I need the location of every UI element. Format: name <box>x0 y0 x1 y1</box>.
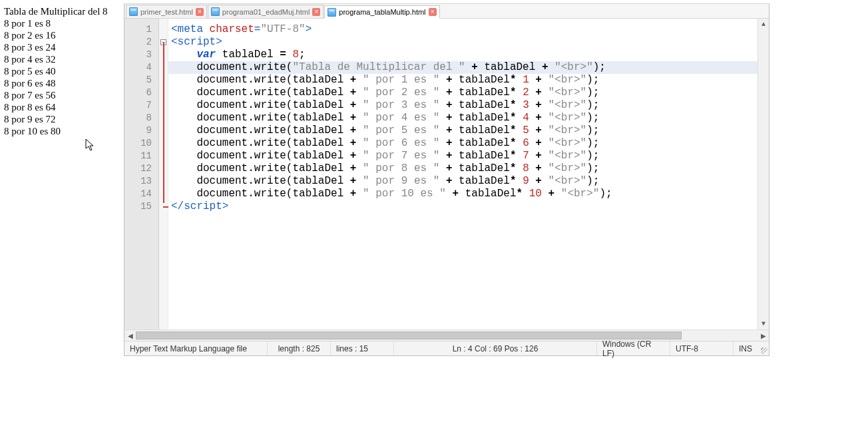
hscroll-thumb[interactable] <box>136 331 682 339</box>
status-caret-position: Ln : 4 Col : 69 Pos : 126 <box>394 341 597 355</box>
line-number-gutter: 123456789101112131415 <box>124 19 159 329</box>
line-number: 15 <box>124 200 152 213</box>
code-line[interactable]: </script> <box>171 200 758 213</box>
scroll-down-arrow-icon[interactable]: ▼ <box>758 318 769 329</box>
code-line[interactable]: document.write(tablaDel + " por 10 es " … <box>171 188 758 200</box>
scroll-left-arrow-icon[interactable]: ◀ <box>124 332 136 339</box>
close-tab-icon[interactable]: × <box>312 8 320 16</box>
scroll-right-arrow-icon[interactable]: ▶ <box>758 332 769 339</box>
status-encoding: UTF-8 <box>670 341 734 355</box>
output-line: 8 por 6 es 48 <box>4 77 120 89</box>
line-number: 13 <box>124 175 152 188</box>
output-line: 8 por 3 es 24 <box>4 41 120 53</box>
line-number: 6 <box>124 87 152 99</box>
hscroll-track[interactable] <box>136 330 758 341</box>
close-tab-icon[interactable]: × <box>196 8 204 16</box>
line-number: 3 <box>124 49 152 61</box>
line-number: 8 <box>124 112 152 124</box>
editor-body: 123456789101112131415 <meta charset="UTF… <box>124 19 769 329</box>
horizontal-scrollbar[interactable]: ◀ ▶ <box>124 329 769 341</box>
line-number: 7 <box>124 99 152 112</box>
tab-label: primer_test.html <box>140 8 193 16</box>
vertical-scrollbar[interactable]: ▲ ▼ <box>758 19 769 329</box>
output-line: 8 por 5 es 40 <box>4 65 120 77</box>
code-line[interactable]: document.write(tablaDel + " por 9 es " +… <box>171 175 758 188</box>
status-lines: lines : 15 <box>331 341 394 355</box>
status-length: length : 825 <box>268 341 331 355</box>
line-number: 5 <box>124 74 152 87</box>
code-editor-window: primer_test.html×programa01_edadMuj.html… <box>124 3 769 356</box>
browser-output-pane: Tabla de Multiplicar del 8 8 por 1 es 88… <box>0 0 124 152</box>
editor-tab[interactable]: programa01_edadMuj.html× <box>208 5 324 18</box>
line-number: 4 <box>124 61 152 74</box>
code-line[interactable]: document.write(tablaDel + " por 4 es " +… <box>171 112 758 124</box>
code-line[interactable]: document.write(tablaDel + " por 2 es " +… <box>171 87 758 99</box>
line-number: 11 <box>124 150 152 162</box>
code-area[interactable]: <meta charset="UTF-8"><script> var tabla… <box>168 19 758 329</box>
output-line: 8 por 8 es 64 <box>4 101 120 113</box>
code-line[interactable]: document.write(tablaDel + " por 8 es " +… <box>171 162 758 175</box>
status-bar: Hyper Text Markup Language file length :… <box>124 341 769 355</box>
output-title: Tabla de Multiplicar del 8 <box>4 5 120 17</box>
code-line[interactable]: document.write(tablaDel + " por 1 es " +… <box>171 74 758 87</box>
status-insert-mode: INS <box>734 341 757 355</box>
code-line[interactable]: document.write(tablaDel + " por 5 es " +… <box>171 124 758 137</box>
status-eol: Windows (CR LF) <box>597 341 670 355</box>
fold-column <box>159 19 168 329</box>
resize-grip-icon[interactable] <box>757 341 769 355</box>
tab-label: programa_tablaMultip.html <box>339 8 425 16</box>
line-number: 14 <box>124 188 152 200</box>
code-line[interactable]: document.write(tablaDel + " por 6 es " +… <box>171 137 758 150</box>
line-number: 10 <box>124 137 152 150</box>
file-icon <box>327 8 336 17</box>
code-line[interactable]: <meta charset="UTF-8"> <box>171 23 758 36</box>
scroll-up-arrow-icon[interactable]: ▲ <box>758 19 769 30</box>
close-tab-icon[interactable]: × <box>429 8 437 16</box>
line-number: 2 <box>124 36 152 49</box>
line-number: 1 <box>124 23 152 36</box>
line-number: 9 <box>124 124 152 137</box>
output-line: 8 por 9 es 72 <box>4 113 120 125</box>
output-line: 8 por 4 es 32 <box>4 53 120 65</box>
file-icon <box>211 7 220 16</box>
output-line: 8 por 2 es 16 <box>4 29 120 41</box>
code-line[interactable]: document.write(tablaDel + " por 3 es " +… <box>171 99 758 112</box>
line-number: 12 <box>124 162 152 175</box>
editor-tabbar: primer_test.html×programa01_edadMuj.html… <box>124 4 769 19</box>
tab-label: programa01_edadMuj.html <box>222 8 310 16</box>
editor-tab[interactable]: programa_tablaMultip.html× <box>324 5 439 19</box>
code-line[interactable]: document.write(tablaDel + " por 7 es " +… <box>171 150 758 162</box>
code-line[interactable]: var tablaDel = 8; <box>171 49 758 61</box>
editor-tab[interactable]: primer_test.html× <box>126 5 207 18</box>
output-line: 8 por 7 es 56 <box>4 89 120 101</box>
output-line: 8 por 1 es 8 <box>4 17 120 29</box>
code-line[interactable]: <script> <box>171 36 758 49</box>
file-icon <box>129 7 138 16</box>
status-filetype: Hyper Text Markup Language file <box>124 341 268 355</box>
output-line: 8 por 10 es 80 <box>4 125 120 137</box>
